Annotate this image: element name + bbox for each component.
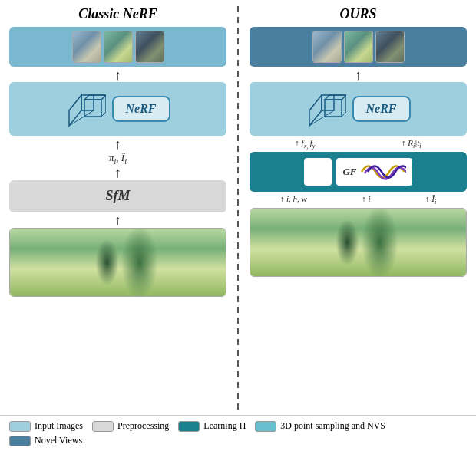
pi-label: πi, Îi xyxy=(109,152,127,166)
thumb-r2 xyxy=(344,31,373,63)
ours-panel: OURS ↑ NeRF xyxy=(250,6,467,412)
legend-swatch-preprocessing xyxy=(92,421,114,432)
panel-divider xyxy=(237,6,239,412)
svg-line-17 xyxy=(342,112,346,117)
gf-text: GF xyxy=(342,166,356,178)
scene-image-left xyxy=(9,228,226,297)
sfm-zone: SfM xyxy=(9,180,226,212)
legend-swatch-3d-nvs xyxy=(255,421,276,432)
thumb-3 xyxy=(135,31,164,63)
classic-nerf-title: Classic NeRF xyxy=(78,6,157,22)
legend-item-3d-nvs: 3D point sampling and NVS xyxy=(255,420,385,432)
rot-label: ↑ Ri|ti xyxy=(402,138,421,151)
svg-marker-5 xyxy=(84,95,106,100)
ours-title: OURS xyxy=(339,6,376,22)
thumb-r1 xyxy=(312,31,342,63)
svg-line-2 xyxy=(69,110,94,126)
svg-marker-10 xyxy=(309,95,322,126)
novel-views-strip-left xyxy=(9,27,226,67)
legend-swatch-input-images xyxy=(9,421,31,432)
nerf-zone-right: NeRF xyxy=(250,82,467,136)
thumb-r3 xyxy=(375,31,405,63)
thumb-1 xyxy=(72,31,101,63)
arrow-up-3: ↑ xyxy=(114,166,121,180)
nerf-box-right: NeRF xyxy=(352,96,411,122)
svg-marker-15 xyxy=(325,95,346,100)
labels-above-gf: ↑ fxi fyi ↑ Ri|ti xyxy=(250,137,467,152)
gf-zone: GF xyxy=(250,152,467,192)
novel-views-strip-right xyxy=(250,27,467,67)
legend-label-novel-views: Novel Views xyxy=(35,435,82,446)
thumb-2 xyxy=(104,31,133,63)
labels-below-gf: ↑ i, h, w ↑ i ↑ Îi xyxy=(250,193,467,206)
svg-line-7 xyxy=(101,112,106,117)
ihw-label: ↑ i, h, w xyxy=(280,194,307,206)
scene-image-right xyxy=(250,208,467,277)
frustum-icon-left xyxy=(66,89,106,129)
focal-label: ↑ fxi fyi xyxy=(295,138,316,151)
arrow-up-4: ↑ xyxy=(114,214,121,228)
legend-label-preprocessing: Preprocessing xyxy=(117,420,169,432)
svg-line-12 xyxy=(309,110,334,126)
sfm-label: SfM xyxy=(105,188,130,204)
arrow-up-1: ↑ xyxy=(114,68,121,82)
gf-curves xyxy=(360,161,406,183)
svg-line-6 xyxy=(101,95,106,100)
svg-line-16 xyxy=(342,95,346,100)
arrow-up-2: ↑ xyxy=(114,137,121,151)
legend-item-learning-pi: Learning Π xyxy=(178,420,246,432)
legend-swatch-novel-views xyxy=(9,436,31,446)
arrow-r-up-1: ↑ xyxy=(355,68,362,82)
nerf-box-left: NeRF xyxy=(112,96,170,122)
frustum-icon-right xyxy=(306,89,346,129)
nerf-zone-left: NeRF xyxy=(9,82,226,136)
gf-label-box: GF xyxy=(336,158,412,186)
legend-item-preprocessing: Preprocessing xyxy=(92,420,169,432)
classic-nerf-panel: Classic NeRF ↑ xyxy=(9,6,226,412)
scene-image-inner-left xyxy=(10,229,226,296)
legend-item-input-images: Input Images xyxy=(9,420,83,432)
svg-line-13 xyxy=(309,95,322,110)
svg-marker-0 xyxy=(69,95,81,126)
gf-white-box xyxy=(304,158,332,186)
legend-label-3d-nvs: 3D point sampling and NVS xyxy=(280,420,385,432)
svg-line-3 xyxy=(69,95,81,110)
i-label: ↑ i xyxy=(362,194,370,206)
legend-label-learning-pi: Learning Π xyxy=(203,420,246,432)
svg-rect-14 xyxy=(325,100,342,117)
legend-swatch-learning-pi xyxy=(178,421,200,432)
scene-image-inner-right xyxy=(250,209,466,276)
legend-item-novel-views: Novel Views xyxy=(9,435,82,446)
legend-label-input-images: Input Images xyxy=(35,420,83,432)
ihat-label: ↑ Îi xyxy=(425,194,436,206)
legend: Input Images Preprocessing Learning Π 3D… xyxy=(0,415,476,451)
svg-rect-4 xyxy=(84,100,101,117)
